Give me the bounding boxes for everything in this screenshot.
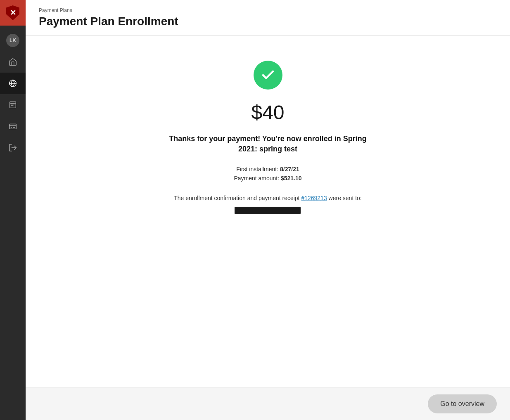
- sidebar-item-globe[interactable]: [0, 73, 26, 94]
- page-title: Payment Plan Enrollment: [39, 15, 497, 28]
- sidebar-item-reports[interactable]: [0, 94, 26, 116]
- page-footer: Go to overview: [26, 387, 510, 420]
- confirmation-text: The enrollment confirmation and payment …: [174, 194, 362, 203]
- payment-amount: $40: [251, 101, 284, 124]
- confirmation-section: The enrollment confirmation and payment …: [174, 194, 362, 214]
- email-redacted: [235, 207, 301, 214]
- sidebar-item-logout[interactable]: [0, 137, 26, 158]
- globe-icon: [8, 79, 17, 88]
- sidebar-item-home[interactable]: [0, 51, 26, 73]
- sidebar: ✕ LK: [0, 0, 26, 420]
- checkmark-icon: [261, 68, 275, 83]
- sidebar-logo: ✕: [0, 0, 26, 26]
- reports-icon: [8, 100, 17, 109]
- svg-rect-1: [10, 102, 16, 108]
- page-header: Payment Plans Payment Plan Enrollment: [26, 0, 510, 36]
- avatar: LK: [6, 34, 19, 47]
- sidebar-item-avatar[interactable]: LK: [0, 30, 26, 51]
- payment-amount-line: Payment amount: $521.10: [234, 175, 301, 182]
- billing-icon: [8, 122, 17, 131]
- receipt-link[interactable]: #1269213: [301, 195, 327, 201]
- sidebar-item-billing[interactable]: [0, 116, 26, 137]
- logout-icon: [8, 143, 17, 152]
- home-icon: [8, 57, 17, 66]
- success-icon-container: [254, 61, 282, 90]
- breadcrumb: Payment Plans: [39, 7, 497, 13]
- go-to-overview-button[interactable]: Go to overview: [428, 394, 497, 413]
- first-installment-line: First installment: 8/27/21: [234, 166, 301, 172]
- payment-details: First installment: 8/27/21 Payment amoun…: [234, 166, 301, 184]
- main-container: Payment Plans Payment Plan Enrollment $4…: [26, 0, 510, 420]
- shield-icon: ✕: [6, 5, 19, 20]
- enrollment-message: Thanks for your payment! You're now enro…: [165, 134, 371, 154]
- sidebar-navigation: LK: [0, 30, 26, 420]
- svg-rect-2: [9, 124, 17, 129]
- main-content: $40 Thanks for your payment! You're now …: [26, 36, 510, 387]
